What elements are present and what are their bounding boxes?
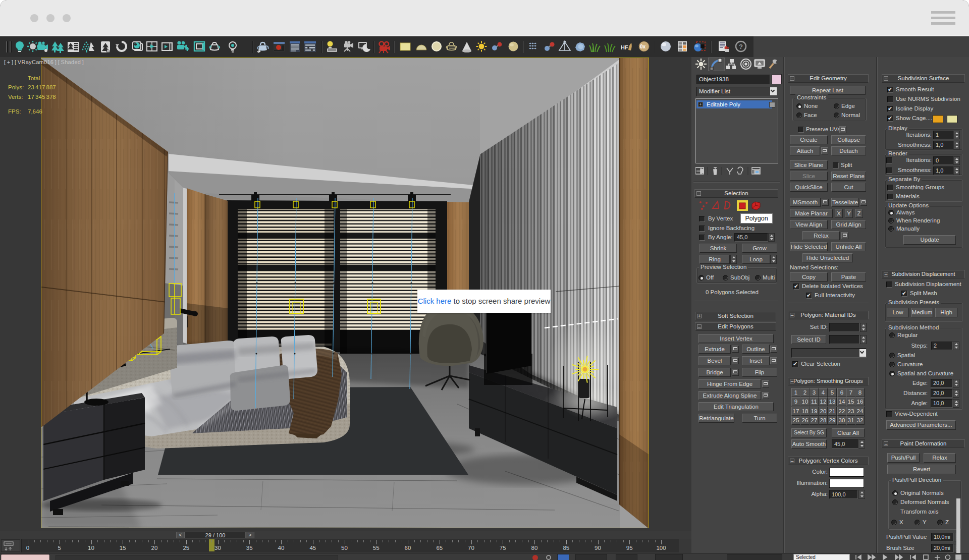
svg-text:0x: 0x bbox=[640, 44, 646, 49]
svg-text:?: ? bbox=[739, 43, 743, 50]
svg-text:HF: HF bbox=[621, 44, 628, 50]
